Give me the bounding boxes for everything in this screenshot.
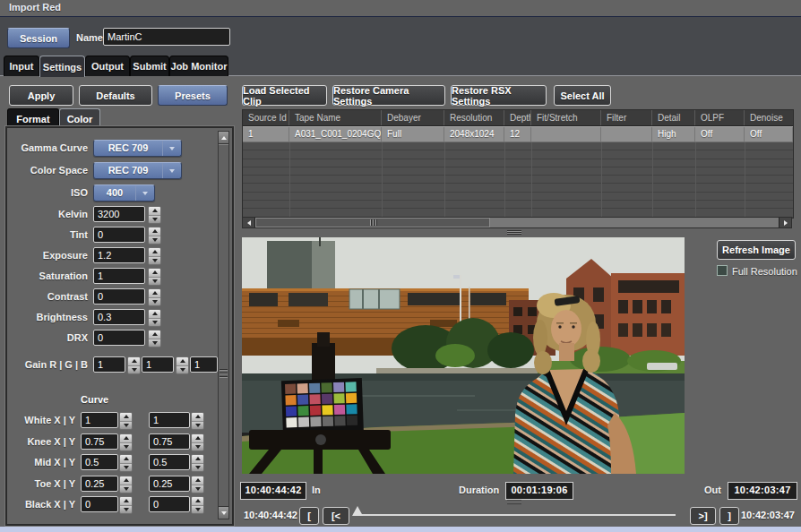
iso-dropdown[interactable]: 400 (93, 184, 155, 202)
stepper-up-icon[interactable] (192, 434, 203, 442)
tint-input[interactable] (93, 227, 145, 243)
column-header[interactable]: Fit/Stretch (531, 110, 601, 125)
mid-x-input[interactable] (81, 454, 118, 470)
black-x-stepper[interactable] (119, 496, 133, 514)
knee-y-stepper[interactable] (191, 433, 204, 451)
table-empty-rows[interactable] (243, 142, 793, 218)
column-header[interactable]: Depth (504, 110, 531, 125)
select-all-button[interactable]: Select All (554, 85, 611, 106)
white-y-input[interactable] (149, 412, 190, 428)
apply-button[interactable]: Apply (9, 85, 73, 106)
full-resolution-checkbox[interactable] (717, 265, 728, 276)
knee-x-input[interactable] (81, 433, 118, 450)
stepper-up-icon[interactable] (128, 357, 140, 365)
tab-submit[interactable]: Submit (130, 56, 169, 76)
brightness-stepper[interactable] (148, 309, 161, 327)
column-header[interactable]: Filter (601, 110, 652, 125)
column-header[interactable]: Denoise (745, 110, 793, 125)
mark-out-button[interactable]: ] (719, 507, 739, 525)
refresh-image-button[interactable]: Refresh Image (717, 240, 796, 260)
contrast-input[interactable] (93, 288, 145, 305)
stepper-up-icon[interactable] (120, 413, 132, 421)
duration-timecode-field[interactable]: 00:01:19:06 (505, 482, 573, 500)
stepper-down-icon[interactable] (149, 318, 160, 327)
stepper-up-icon[interactable] (149, 330, 160, 339)
go-to-out-button[interactable]: >] (690, 507, 716, 525)
black-y-stepper[interactable] (191, 496, 204, 514)
contrast-stepper[interactable] (148, 288, 161, 306)
brightness-input[interactable] (93, 309, 145, 325)
stepper-down-icon[interactable] (149, 256, 160, 265)
column-header[interactable]: OLPF (695, 110, 745, 125)
playhead[interactable] (352, 506, 363, 516)
tab-input[interactable]: Input (4, 56, 39, 76)
stepper-down-icon[interactable] (128, 365, 140, 374)
tab-format[interactable]: Format (7, 108, 59, 128)
toe-y-input[interactable] (149, 476, 190, 492)
stepper-up-icon[interactable] (120, 476, 132, 485)
stepper-down-icon[interactable] (120, 463, 132, 472)
stepper-up-icon[interactable] (149, 227, 160, 236)
restore-camera-settings-button[interactable]: Restore Camera Settings (332, 85, 445, 106)
stepper-down-icon[interactable] (177, 365, 188, 374)
splitter-grip[interactable] (507, 230, 521, 235)
gamma-curve-dropdown[interactable]: REC 709 (93, 140, 182, 157)
hscrollbar-thumb[interactable] (255, 218, 490, 227)
knee-x-stepper[interactable] (119, 433, 133, 451)
presets-button[interactable]: Presets (158, 85, 228, 106)
mid-x-stepper[interactable] (119, 454, 133, 472)
exposure-input[interactable] (93, 247, 145, 263)
tab-job-monitor[interactable]: Job Monitor (169, 56, 228, 76)
drx-input[interactable] (93, 330, 145, 346)
stepper-up-icon[interactable] (177, 357, 188, 365)
white-y-stepper[interactable] (191, 412, 204, 430)
toe-x-input[interactable] (81, 476, 118, 492)
column-header[interactable]: Tape Name (289, 110, 382, 125)
color-space-dropdown[interactable]: REC 709 (93, 162, 182, 179)
gain-r-input[interactable] (93, 356, 125, 373)
stepper-down-icon[interactable] (120, 505, 132, 514)
column-header[interactable]: Source Id (243, 110, 289, 125)
gain-g-stepper[interactable] (176, 356, 189, 374)
saturation-input[interactable] (93, 268, 145, 284)
drx-stepper[interactable] (148, 330, 161, 348)
stepper-down-icon[interactable] (192, 485, 203, 493)
table-row-selected[interactable]: 1 A031_C001_0204GQ Full 2048x1024 12 Hig… (243, 126, 793, 142)
stepper-up-icon[interactable] (149, 289, 160, 297)
scroll-right-icon[interactable] (779, 218, 791, 227)
stepper-up-icon[interactable] (149, 310, 160, 318)
gain-r-stepper[interactable] (127, 356, 141, 374)
chevron-down-icon[interactable] (162, 141, 181, 156)
stepper-down-icon[interactable] (192, 463, 203, 472)
tab-settings[interactable]: Settings (39, 56, 85, 77)
scroll-down-icon[interactable] (219, 506, 228, 519)
stepper-down-icon[interactable] (149, 215, 160, 224)
exposure-stepper[interactable] (148, 247, 161, 265)
kelvin-stepper[interactable] (148, 206, 161, 224)
stepper-up-icon[interactable] (120, 455, 132, 463)
load-selected-clip-button[interactable]: Load Selected Clip (242, 85, 327, 106)
white-x-stepper[interactable] (119, 412, 133, 430)
stepper-down-icon[interactable] (149, 277, 160, 286)
stepper-down-icon[interactable] (192, 505, 203, 514)
gain-b-input[interactable] (190, 356, 218, 373)
scroll-up-icon[interactable] (219, 132, 228, 144)
stepper-down-icon[interactable] (149, 339, 160, 348)
tab-output[interactable]: Output (85, 56, 130, 76)
black-y-input[interactable] (149, 496, 190, 512)
session-name-input[interactable] (103, 28, 230, 46)
go-to-in-button[interactable]: [< (323, 507, 349, 525)
chevron-down-icon[interactable] (135, 185, 154, 201)
stepper-up-icon[interactable] (149, 269, 160, 277)
column-header[interactable]: Resolution (444, 110, 504, 125)
toe-x-stepper[interactable] (119, 476, 133, 493)
stepper-down-icon[interactable] (120, 442, 132, 451)
stepper-up-icon[interactable] (149, 248, 160, 256)
toe-y-stepper[interactable] (191, 476, 204, 493)
stepper-up-icon[interactable] (120, 434, 132, 442)
stepper-down-icon[interactable] (120, 421, 132, 430)
column-header[interactable]: Detail (652, 110, 695, 125)
stepper-down-icon[interactable] (192, 442, 203, 451)
saturation-stepper[interactable] (148, 268, 161, 286)
defaults-button[interactable]: Defaults (79, 85, 152, 106)
